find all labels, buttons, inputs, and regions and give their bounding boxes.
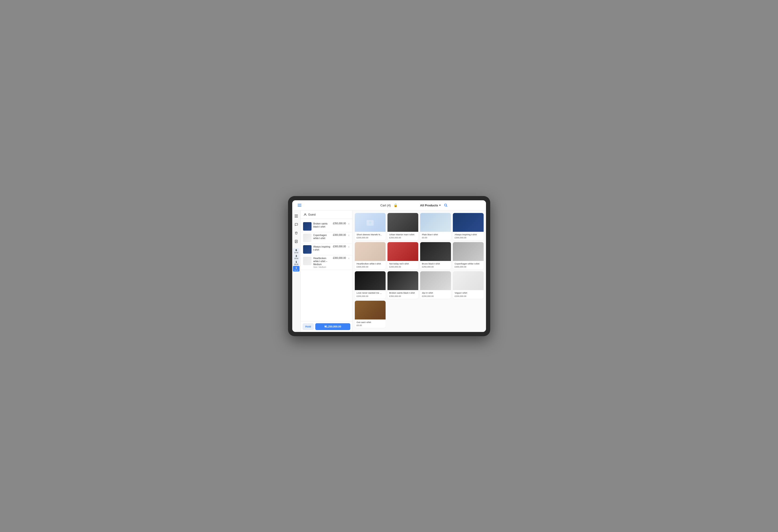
product-card[interactable]: Urban Warrior man t-shirt £250,000.00 (387, 213, 418, 240)
product-image (387, 242, 418, 261)
product-card[interactable]: Love never wanted me ... £200,000.00 (355, 271, 386, 299)
product-card[interactable]: Heartbroken white t-shirt £300,000.00 (355, 242, 386, 270)
products-area: 👕 Short sleeves Maneki N... £200,000.00 … (353, 211, 486, 332)
checkout-button[interactable]: ₦1,250,000.00 (315, 323, 350, 330)
product-card[interactable]: Plain blue t-shirt £0.00 (420, 213, 451, 240)
product-image (420, 242, 451, 261)
cart-item-remove[interactable]: × (348, 222, 349, 225)
product-card[interactable]: Bruno black t-shirt £250,000.00 (420, 242, 451, 270)
product-price: £200,000.00 (455, 295, 482, 297)
product-name: Heartbroken white t-shirt (357, 262, 384, 265)
svg-rect-7 (295, 217, 298, 218)
product-price: £350,000.00 (389, 295, 416, 297)
product-name: Short sleeves Maneki N... (357, 233, 384, 236)
product-card[interactable]: Zip it t-shirt £200,000.00 (420, 271, 451, 299)
cart-item: Broken saints black t-shirt £350,000.00 … (301, 221, 352, 232)
product-price: £0.00 (422, 236, 449, 239)
cart-item-image (303, 245, 312, 254)
product-card[interactable]: Not today red t-shirt £200,000.00 (387, 242, 418, 270)
cart-panel: Guest Broken saints black t-shirt £350,0… (301, 211, 353, 332)
cart-item: Heartbroken white t-shirt – Medium Size:… (301, 255, 352, 270)
product-price: £300,000.00 (455, 265, 482, 268)
product-card[interactable]: 👕 Short sleeves Maneki N... £200,000.00 (355, 213, 386, 240)
cart-item-remove[interactable]: × (348, 257, 349, 260)
svg-rect-6 (295, 216, 298, 216)
cart-item-price: £350,000.00 (333, 222, 346, 225)
cart-item-price: £300,000.00 (333, 245, 346, 248)
product-image (453, 213, 484, 232)
product-name: Urban Warrior man t-shirt (389, 233, 416, 236)
product-card[interactable]: Copenhagen white t-shirt £300,000.00 (453, 242, 484, 270)
note-icon[interactable] (293, 238, 300, 245)
sidebar-icons: 6 10:42 3 15:53 1 09:35 1 08:31 (292, 211, 301, 332)
product-name: Copenhagen white t-shirt (455, 262, 482, 265)
hold-button[interactable]: Hold (303, 323, 314, 330)
cart-item-price: £300,000.00 (333, 234, 346, 236)
product-name: Vogue t-shirt (455, 292, 482, 294)
product-price: £250,000.00 (389, 236, 416, 239)
product-name: Bruno black t-shirt (422, 262, 449, 265)
product-name: Plain blue t-shirt (422, 233, 449, 236)
products-grid: 👕 Short sleeves Maneki N... £200,000.00 … (355, 213, 484, 328)
filter-label: All Products (420, 204, 438, 207)
cart-item: Copenhagen white t-shirt £300,000.00 × (301, 232, 352, 244)
product-image (355, 301, 386, 319)
session-item[interactable]: 6 10:42 (293, 248, 300, 254)
cart-item-remove[interactable]: × (348, 245, 349, 248)
svg-text:👕: 👕 (369, 221, 372, 225)
cart-item-image (303, 222, 312, 231)
product-image (453, 271, 484, 290)
svg-rect-0 (298, 204, 301, 204)
svg-rect-1 (298, 205, 301, 206)
product-image (453, 242, 484, 261)
cart-item-remove[interactable]: × (348, 234, 349, 237)
cart-item-name: Heartbroken white t-shirt – Medium (313, 257, 331, 266)
filter-dropdown[interactable]: All Products (420, 204, 441, 207)
svg-rect-2 (298, 206, 301, 207)
menu-icon[interactable] (293, 213, 300, 220)
user-icon (304, 213, 307, 216)
device-frame: Cart (4) 🔒 All Products (288, 196, 490, 336)
cart-item-name: Always inspiring t-shirt (313, 245, 331, 251)
product-name: Out cast t-shirt (357, 321, 384, 324)
order-sessions: 6 10:42 3 15:53 1 09:35 1 08:31 (293, 248, 300, 272)
product-price: £200,000.00 (422, 295, 449, 297)
product-price: £200,000.00 (357, 295, 384, 297)
search-button[interactable] (443, 203, 448, 208)
cart-item-size: Size: Medium (313, 266, 331, 268)
main-layout: 6 10:42 3 15:53 1 09:35 1 08:31 (292, 211, 486, 332)
product-image (387, 271, 418, 290)
svg-rect-5 (295, 215, 298, 215)
product-card[interactable]: Vogue t-shirt £200,000.00 (453, 271, 484, 299)
chevron-down-icon (439, 205, 441, 206)
menu-icon[interactable] (296, 202, 303, 209)
product-name: Zip it t-shirt (422, 292, 449, 294)
cart-item-name: Copenhagen white t-shirt (313, 234, 331, 240)
session-item[interactable]: 3 15:53 (293, 254, 300, 260)
product-card[interactable]: Always inspiring t-shirt £300,000.00 (453, 213, 484, 240)
product-name: Love never wanted me ... (357, 292, 384, 294)
product-image (387, 213, 418, 232)
svg-line-4 (447, 206, 448, 207)
cart-label: Cart (4) (380, 204, 391, 207)
product-image (355, 271, 386, 290)
top-header: Cart (4) 🔒 All Products (292, 200, 486, 211)
chat-icon[interactable] (293, 221, 300, 228)
session-item[interactable]: 1 09:35 (293, 260, 300, 265)
product-card[interactable]: Broken saints black t-shirt £350,000.00 (387, 271, 418, 299)
product-name: Always inspiring t-shirt (455, 233, 482, 236)
lock-icon: 🔒 (394, 203, 398, 207)
session-item-active[interactable]: 1 08:31 (293, 266, 300, 272)
guest-label: Guest (308, 213, 316, 216)
trash-icon[interactable] (293, 229, 300, 236)
product-price: £300,000.00 (455, 236, 482, 239)
cart-item: Always inspiring t-shirt £300,000.00 × (301, 244, 352, 255)
product-image (420, 271, 451, 290)
product-price: £250,000.00 (422, 265, 449, 268)
svg-point-3 (445, 204, 447, 206)
product-card[interactable]: Out cast t-shirt £0.00 (355, 301, 386, 328)
product-image (420, 213, 451, 232)
cart-item-image (303, 234, 312, 242)
product-image (355, 242, 386, 261)
cart-items: Broken saints black t-shirt £350,000.00 … (301, 219, 352, 321)
